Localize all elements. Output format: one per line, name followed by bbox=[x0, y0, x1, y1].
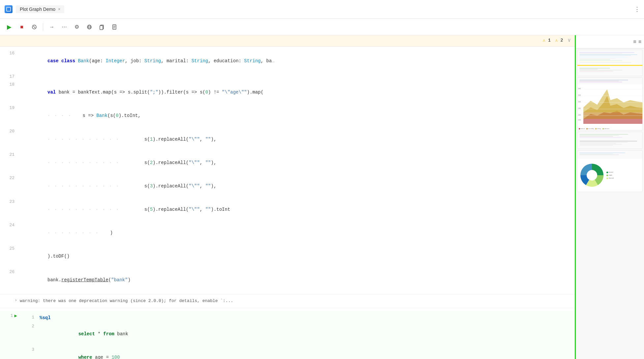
mm-code-middle bbox=[577, 66, 642, 76]
copy-button[interactable] bbox=[97, 22, 107, 32]
warning-count-1: 1 bbox=[548, 37, 551, 44]
cell-counter-1: 1 ▶ bbox=[0, 312, 20, 319]
code-line-20: 20 · · · · · · · · · · · s(1).replaceAll… bbox=[0, 127, 575, 151]
cell-num-1: 1 bbox=[11, 313, 13, 319]
output-toggle-1[interactable]: › bbox=[0, 297, 20, 304]
line-content-25[interactable]: ).toDF() bbox=[20, 245, 575, 268]
code-line-17: 17 bbox=[0, 73, 575, 81]
main-content: ⚠ 1 ⚠ 2 ∨ 16 case class Bank(age: Intege… bbox=[0, 35, 644, 359]
mm-table-code bbox=[577, 132, 642, 149]
tab-close-button[interactable]: × bbox=[58, 7, 60, 12]
minimap-list-button[interactable]: ≡ bbox=[638, 39, 641, 45]
minimap-panel: ≡ ≡ bbox=[575, 35, 644, 359]
minimap-content: 340 320 300 280 260 240 bbox=[576, 48, 644, 195]
warning-icon-1: ⚠ bbox=[543, 37, 545, 44]
line-content-21[interactable]: · · · · · · · · · · · s(2).replaceAll("\… bbox=[20, 151, 575, 174]
more-menu-button[interactable]: ⋮ bbox=[634, 6, 640, 13]
sql-content-1[interactable]: %sql bbox=[40, 314, 575, 322]
line-num-23: 23 bbox=[0, 198, 20, 206]
sql-line-1: 1 %sql bbox=[20, 314, 575, 322]
minimap-toolbar: ≡ ≡ bbox=[576, 35, 644, 48]
line-content-18[interactable]: val bank = bankText.map(s => s.split(";"… bbox=[20, 81, 575, 104]
stop-button[interactable]: ■ bbox=[16, 22, 27, 32]
mm-chart-legend: balance secondary tertiary unknown bbox=[577, 127, 642, 130]
code-panel[interactable]: ⚠ 1 ⚠ 2 ∨ 16 case class Bank(age: Intege… bbox=[0, 35, 575, 359]
sql-num-3: 3 bbox=[20, 346, 40, 353]
title-bar: Plot Graph Demo × ⋮ bbox=[0, 0, 644, 19]
chevron-down-icon[interactable]: ∨ bbox=[568, 37, 571, 45]
code-line-16: 16 case class Bank(age: Integer, job: St… bbox=[0, 49, 575, 73]
code-line-19: 19 · · · · s => Bank(s(0).toInt, bbox=[0, 104, 575, 127]
line-content-26[interactable]: bank.registerTempTable("bank") bbox=[20, 268, 575, 291]
line-num-17: 17 bbox=[0, 73, 20, 80]
mm-pie-chart-section: married single divorced bbox=[577, 159, 642, 192]
line-num-19: 19 bbox=[0, 104, 20, 112]
sql-content-2[interactable]: select * from bank bbox=[40, 322, 575, 346]
code-line-26: 26 bank.registerTempTable("bank") bbox=[0, 268, 575, 291]
line-content-16[interactable]: case class Bank(age: Integer, job: Strin… bbox=[20, 49, 575, 73]
warning-count-2: 2 bbox=[561, 37, 563, 44]
line-content-19[interactable]: · · · · s => Bank(s(0).toInt, bbox=[20, 104, 575, 127]
mm-chart-code bbox=[577, 78, 642, 84]
arrow-button[interactable]: → bbox=[46, 22, 57, 32]
svg-text:240: 240 bbox=[578, 119, 581, 121]
doc-button[interactable] bbox=[109, 22, 120, 32]
line-content-17[interactable] bbox=[20, 73, 575, 74]
sql-num-1: 1 bbox=[20, 314, 40, 321]
line-content-20[interactable]: · · · · · · · · · · · s(1).replaceAll("\… bbox=[20, 127, 575, 151]
warning-bar: ⚠ 1 ⚠ 2 ∨ bbox=[0, 35, 575, 47]
mm-section-chart: 340 320 300 280 260 240 bbox=[577, 77, 643, 130]
mm-highlight-bar bbox=[577, 65, 642, 66]
app-logo bbox=[4, 5, 13, 14]
mm-section-pie: married single divorced bbox=[577, 150, 643, 192]
code-line-24: 24 · · · · · · · · ) bbox=[0, 221, 575, 245]
clear-button[interactable] bbox=[29, 22, 40, 32]
mm-area-chart: 340 320 300 280 260 240 bbox=[577, 84, 642, 127]
sql-content-3[interactable]: where age = 100 bbox=[40, 346, 575, 359]
svg-text:340: 340 bbox=[578, 88, 581, 90]
toolbar: ▶ ■ → ⋯ ⚙ bbox=[0, 19, 644, 35]
svg-text:300: 300 bbox=[578, 101, 581, 103]
warning-text: warning: there was one deprecation warni… bbox=[20, 297, 575, 305]
code-line-25: 25 ).toDF() bbox=[0, 245, 575, 268]
mm-pie-code bbox=[577, 151, 642, 159]
mm-section-code-top bbox=[577, 50, 643, 76]
sql-num-2: 2 bbox=[20, 322, 40, 330]
line-content-24[interactable]: · · · · · · · · ) bbox=[20, 221, 575, 245]
line-num-18: 18 bbox=[0, 81, 20, 88]
svg-line-1 bbox=[33, 26, 35, 28]
line-num-21: 21 bbox=[0, 151, 20, 158]
line-num-25: 25 bbox=[0, 245, 20, 252]
warning-icon-2: ⚠ bbox=[555, 37, 558, 44]
run-all-button[interactable]: ▶ bbox=[4, 22, 15, 32]
deprecation-warning: › warning: there was one deprecation war… bbox=[0, 294, 575, 308]
sql-line-2: 2 select * from bank bbox=[20, 322, 575, 346]
line-content-23[interactable]: · · · · · · · · · · · s(5).replaceAll("\… bbox=[20, 198, 575, 221]
line-num-22: 22 bbox=[0, 174, 20, 182]
minimap-tooltip-button[interactable]: ≡ bbox=[633, 39, 636, 45]
line-content-22[interactable]: · · · · · · · · · · · s(3).replaceAll("\… bbox=[20, 174, 575, 198]
more-options-button[interactable]: ⋯ bbox=[59, 22, 70, 32]
svg-text:260: 260 bbox=[578, 114, 581, 116]
line-num-24: 24 bbox=[0, 221, 20, 229]
code-line-23: 23 · · · · · · · · · · · s(5).replaceAll… bbox=[0, 198, 575, 221]
run-cell-1-button[interactable]: ▶ bbox=[15, 312, 17, 319]
svg-text:280: 280 bbox=[578, 107, 581, 109]
line-num-16: 16 bbox=[0, 49, 20, 57]
svg-text:320: 320 bbox=[578, 94, 581, 96]
settings-button[interactable]: ⚙ bbox=[72, 22, 82, 32]
code-block-1: 16 case class Bank(age: Integer, job: St… bbox=[0, 47, 575, 295]
code-line-18: 18 val bank = bankText.map(s => s.split(… bbox=[0, 81, 575, 104]
globe-button[interactable] bbox=[84, 22, 95, 32]
line-num-26: 26 bbox=[0, 268, 20, 276]
sql-line-3: 3 where age = 100 bbox=[20, 346, 575, 359]
mm-section-table bbox=[577, 132, 643, 149]
notebook-tab[interactable]: Plot Graph Demo × bbox=[16, 5, 64, 13]
code-line-22: 22 · · · · · · · · · · · s(3).replaceAll… bbox=[0, 174, 575, 198]
svg-point-23 bbox=[587, 170, 597, 180]
code-line-21: 21 · · · · · · · · · · · s(2).replaceAll… bbox=[0, 151, 575, 174]
svg-rect-6 bbox=[100, 26, 103, 30]
tab-title: Plot Graph Demo bbox=[20, 7, 55, 12]
toolbar-divider-1 bbox=[43, 23, 43, 31]
mm-code-top bbox=[577, 50, 642, 65]
